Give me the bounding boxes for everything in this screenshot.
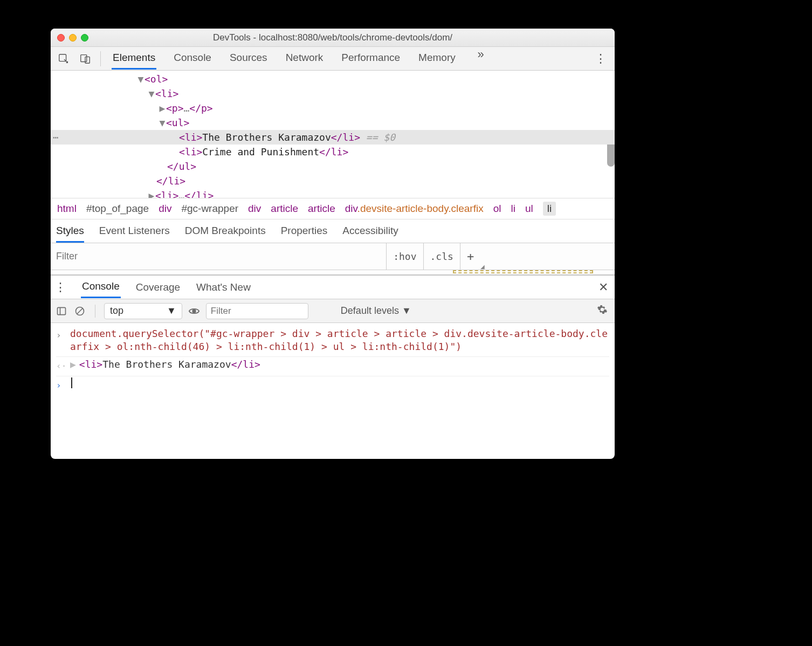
- tab-elements[interactable]: Elements: [112, 47, 156, 70]
- cls-toggle[interactable]: .cls: [423, 243, 460, 270]
- settings-kebab-icon[interactable]: ⋮: [590, 52, 611, 66]
- console-input-row: › document.querySelector("#gc-wrapper > …: [56, 326, 609, 357]
- breadcrumb-item[interactable]: ol: [493, 203, 501, 215]
- subtab-styles[interactable]: Styles: [56, 219, 84, 243]
- dom-tree-row[interactable]: </li>: [51, 174, 615, 188]
- svg-rect-2: [85, 57, 90, 63]
- tab-performance[interactable]: Performance: [340, 47, 401, 70]
- subtab-accessibility[interactable]: Accessibility: [342, 219, 398, 243]
- subtab-event-listeners[interactable]: Event Listeners: [99, 219, 170, 243]
- dom-tree-row[interactable]: ▼<ol>: [51, 72, 615, 86]
- more-tabs-icon[interactable]: »: [473, 47, 489, 70]
- styles-filter-input[interactable]: [51, 246, 386, 266]
- drawer-kebab-icon[interactable]: ⋮: [54, 280, 67, 294]
- svg-rect-1: [81, 54, 87, 61]
- console-controls: top ▼ Default levels ▼: [51, 299, 615, 323]
- cursor: [71, 377, 72, 388]
- window-controls: [57, 34, 88, 42]
- dom-tree-row[interactable]: ▶<p>…</p>: [51, 101, 615, 115]
- styles-content: [51, 270, 615, 274]
- log-levels-selector[interactable]: Default levels ▼: [341, 305, 411, 317]
- breadcrumb-item[interactable]: ul: [525, 203, 533, 215]
- breadcrumb-item[interactable]: div: [248, 203, 261, 215]
- new-style-rule-button[interactable]: +: [460, 243, 480, 270]
- drawer-tab-coverage[interactable]: Coverage: [135, 277, 181, 298]
- prompt-arrow-icon: ›: [56, 379, 64, 392]
- console-settings-gear-icon[interactable]: [594, 304, 610, 318]
- breadcrumb-item[interactable]: li: [511, 203, 515, 215]
- console-prompt-row[interactable]: ›: [56, 376, 609, 395]
- console-filter-input[interactable]: [206, 303, 308, 319]
- breadcrumb-item[interactable]: div: [159, 203, 171, 215]
- subtab-dom-breakpoints[interactable]: DOM Breakpoints: [185, 219, 266, 243]
- device-toolbar-icon[interactable]: [75, 53, 95, 65]
- dom-tree-row[interactable]: ▼<li>: [51, 86, 615, 101]
- styles-toolbar: :hov .cls + ◢: [51, 243, 615, 270]
- separator: [100, 51, 101, 66]
- main-toolbar: Elements Console Sources Network Perform…: [51, 47, 615, 71]
- dom-tree-row[interactable]: ▼<ul>: [51, 115, 615, 130]
- tab-memory[interactable]: Memory: [417, 47, 457, 70]
- elements-subtabs: Styles Event Listeners DOM Breakpoints P…: [51, 219, 615, 243]
- titlebar: DevTools - localhost:8080/web/tools/chro…: [51, 29, 615, 47]
- console-result: ▶<li>The Brothers Karamazov</li>: [70, 358, 260, 371]
- dom-tree-row[interactable]: </ul>: [51, 159, 615, 174]
- window-title: DevTools - localhost:8080/web/tools/chro…: [56, 32, 609, 43]
- subtab-properties[interactable]: Properties: [281, 219, 328, 243]
- zoom-window-button[interactable]: [81, 34, 88, 42]
- close-window-button[interactable]: [57, 34, 65, 42]
- breadcrumb-item[interactable]: article: [271, 203, 298, 215]
- expand-triangle-icon[interactable]: ▶: [70, 359, 76, 370]
- context-selector[interactable]: top ▼: [104, 303, 182, 319]
- svg-rect-3: [58, 307, 66, 314]
- console-sidebar-toggle-icon[interactable]: [55, 306, 68, 317]
- console-command: document.querySelector("#gc-wrapper > di…: [70, 327, 609, 353]
- dom-tree-row[interactable]: <li>Crime and Punishment</li>: [51, 145, 615, 159]
- drawer-tab-console[interactable]: Console: [81, 276, 121, 298]
- tab-console[interactable]: Console: [173, 47, 212, 70]
- drawer-tab-whatsnew[interactable]: What's New: [195, 277, 252, 298]
- drawer-close-icon[interactable]: ✕: [595, 280, 611, 294]
- drawer-tabs: ⋮ Console Coverage What's New ✕: [51, 276, 615, 299]
- breadcrumb-item[interactable]: #top_of_page: [86, 203, 149, 215]
- context-value: top: [110, 305, 123, 317]
- devtools-window: DevTools - localhost:8080/web/tools/chro…: [51, 29, 615, 459]
- tab-network[interactable]: Network: [285, 47, 325, 70]
- breadcrumb-item[interactable]: #gc-wrapper: [181, 203, 238, 215]
- console-log[interactable]: › document.querySelector("#gc-wrapper > …: [51, 323, 615, 398]
- resize-corner-icon[interactable]: ◢: [480, 264, 485, 270]
- clear-console-icon[interactable]: [73, 306, 86, 317]
- breadcrumb-item[interactable]: html: [57, 203, 77, 215]
- dom-tree-row[interactable]: ▶<li>…</li>: [51, 188, 615, 198]
- hov-toggle[interactable]: :hov: [386, 243, 423, 270]
- breadcrumb-item[interactable]: div.devsite-article-body.clearfix: [345, 203, 484, 215]
- svg-point-5: [192, 310, 196, 313]
- output-arrow-icon: ‹·: [56, 360, 64, 373]
- separator: [95, 305, 95, 318]
- dom-tree[interactable]: ▼<ol>▼<li>▶<p>…</p>▼<ul>⋯<li>The Brother…: [51, 71, 615, 198]
- box-model-preview: [453, 270, 593, 273]
- console-output-row: ‹· ▶<li>The Brothers Karamazov</li>: [56, 357, 609, 376]
- breadcrumb-bar: html#top_of_pagediv#gc-wrapperdivarticle…: [51, 198, 615, 219]
- dom-tree-row[interactable]: ⋯<li>The Brothers Karamazov</li> == $0: [51, 130, 615, 145]
- breadcrumb-item[interactable]: li: [543, 202, 556, 216]
- inspect-element-icon[interactable]: [54, 53, 73, 65]
- chevron-down-icon: ▼: [167, 305, 176, 317]
- breadcrumb-item[interactable]: article: [308, 203, 335, 215]
- drawer: ⋮ Console Coverage What's New ✕ top ▼ De: [51, 274, 615, 459]
- main-tabs: Elements Console Sources Network Perform…: [112, 47, 588, 70]
- live-expression-eye-icon[interactable]: [188, 305, 201, 317]
- minimize-window-button[interactable]: [69, 34, 77, 42]
- input-arrow-icon: ›: [56, 329, 64, 342]
- tab-sources[interactable]: Sources: [229, 47, 269, 70]
